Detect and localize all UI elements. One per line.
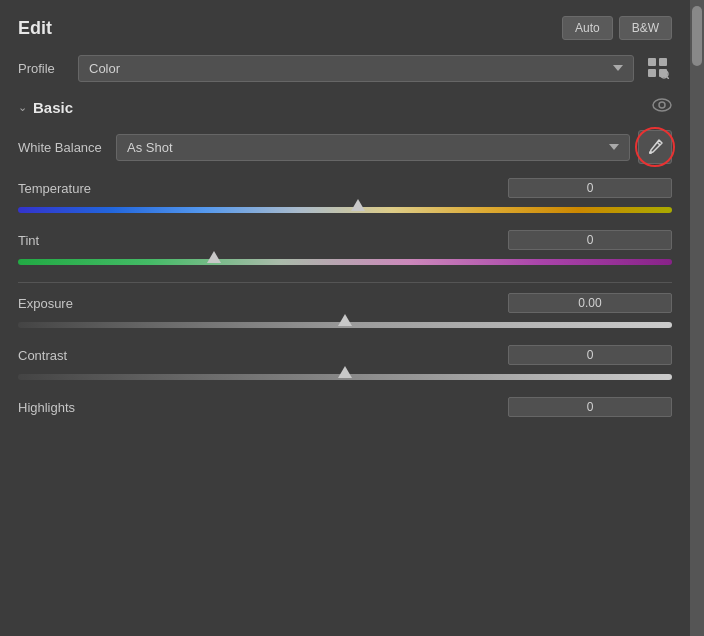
exposure-thumb[interactable] xyxy=(338,314,352,326)
grid-search-icon xyxy=(647,57,669,79)
highlights-label: Highlights xyxy=(18,400,75,415)
chevron-icon[interactable]: ⌄ xyxy=(18,101,27,114)
svg-line-5 xyxy=(667,77,669,79)
contrast-value[interactable] xyxy=(508,345,672,365)
temperature-label-row: Temperature xyxy=(18,178,672,198)
page-title: Edit xyxy=(18,18,52,39)
svg-rect-2 xyxy=(648,69,656,77)
auto-button[interactable]: Auto xyxy=(562,16,613,40)
profile-label: Profile xyxy=(18,61,68,76)
temperature-slider-container[interactable] xyxy=(18,202,672,218)
bw-button[interactable]: B&W xyxy=(619,16,672,40)
section-left: ⌄ Basic xyxy=(18,99,73,116)
highlights-label-row: Highlights xyxy=(18,397,672,417)
eyedropper-icon xyxy=(646,138,664,156)
scrollbar-thumb[interactable] xyxy=(692,6,702,66)
temperature-row: Temperature xyxy=(18,178,672,218)
visibility-icon[interactable] xyxy=(652,98,672,116)
contrast-row: Contrast xyxy=(18,345,672,385)
profile-browser-icon[interactable] xyxy=(644,54,672,82)
panel-container: Edit Auto B&W Profile Color Adobe Color … xyxy=(0,0,704,636)
scrollbar[interactable] xyxy=(690,0,704,636)
svg-rect-0 xyxy=(648,58,656,66)
basic-section-title: Basic xyxy=(33,99,73,116)
exposure-slider-container[interactable] xyxy=(18,317,672,333)
main-panel: Edit Auto B&W Profile Color Adobe Color … xyxy=(0,0,690,636)
contrast-label-row: Contrast xyxy=(18,345,672,365)
svg-rect-1 xyxy=(659,58,667,66)
svg-point-9 xyxy=(649,151,652,154)
temperature-thumb[interactable] xyxy=(351,199,365,211)
header: Edit Auto B&W xyxy=(18,16,672,40)
temperature-label: Temperature xyxy=(18,181,91,196)
tint-track xyxy=(18,259,672,265)
tint-row: Tint xyxy=(18,230,672,270)
svg-point-7 xyxy=(659,102,665,108)
exposure-row: Exposure xyxy=(18,293,672,333)
tint-slider-container[interactable] xyxy=(18,254,672,270)
white-balance-row: White Balance As Shot Auto Daylight Clou… xyxy=(18,130,672,164)
tint-thumb[interactable] xyxy=(207,251,221,263)
tint-label: Tint xyxy=(18,233,39,248)
eyedropper-button[interactable] xyxy=(638,130,672,164)
contrast-slider-container[interactable] xyxy=(18,369,672,385)
white-balance-select[interactable]: As Shot Auto Daylight Cloudy Shade Tungs… xyxy=(116,134,630,161)
highlights-row: Highlights xyxy=(18,397,672,417)
header-buttons: Auto B&W xyxy=(562,16,672,40)
contrast-thumb[interactable] xyxy=(338,366,352,378)
eye-svg xyxy=(652,98,672,112)
temperature-track xyxy=(18,207,672,213)
basic-section-header: ⌄ Basic xyxy=(18,98,672,116)
tint-value[interactable] xyxy=(508,230,672,250)
exposure-label: Exposure xyxy=(18,296,73,311)
divider-1 xyxy=(18,282,672,283)
tint-label-row: Tint xyxy=(18,230,672,250)
svg-line-8 xyxy=(657,142,660,145)
profile-select[interactable]: Color Adobe Color Adobe Landscape Adobe … xyxy=(78,55,634,82)
exposure-label-row: Exposure xyxy=(18,293,672,313)
exposure-value[interactable] xyxy=(508,293,672,313)
contrast-label: Contrast xyxy=(18,348,67,363)
white-balance-label: White Balance xyxy=(18,140,108,155)
highlights-value[interactable] xyxy=(508,397,672,417)
temperature-value[interactable] xyxy=(508,178,672,198)
svg-point-6 xyxy=(653,99,671,111)
profile-row: Profile Color Adobe Color Adobe Landscap… xyxy=(18,54,672,82)
